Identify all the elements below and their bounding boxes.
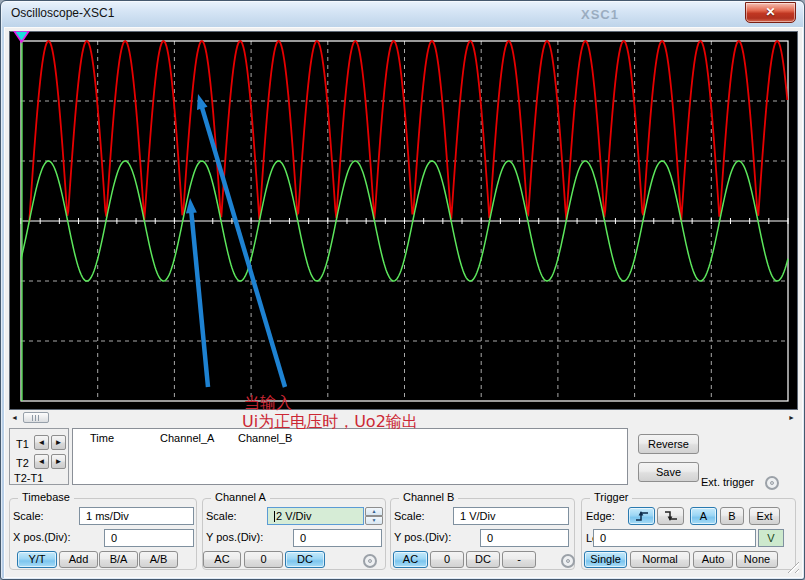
title-bar[interactable]: Oscilloscope-XSC1 XSC1 ✕ — [1, 1, 804, 27]
channel-b-scale-field[interactable]: 1 V/Div — [453, 507, 569, 525]
timebase-yt-button[interactable]: Y/T — [17, 551, 57, 568]
channel-b-title: Channel B — [399, 491, 458, 503]
timebase-scale-field[interactable]: 1 ms/Div — [79, 507, 194, 525]
annotation-arrow — [191, 207, 208, 387]
channel-b-ypos-field[interactable]: 0 — [480, 529, 569, 547]
rising-edge-icon — [634, 510, 650, 522]
trigger-level-unit-select[interactable]: V — [758, 529, 784, 547]
close-button[interactable]: ✕ — [745, 2, 796, 23]
falling-edge-icon — [663, 510, 679, 522]
timebase-title: Timebase — [18, 491, 74, 503]
t1-label: T1 — [16, 438, 29, 450]
trigger-source-b-button[interactable]: B — [720, 507, 744, 525]
trigger-single-button[interactable]: Single — [584, 551, 627, 568]
t2-left-button[interactable]: ◄ — [34, 454, 49, 469]
timebase-xpos-label: X pos.(Div): — [13, 531, 70, 543]
trigger-source-ext-button[interactable]: Ext — [749, 507, 780, 525]
t2-label: T2 — [16, 457, 29, 469]
timebase-ab-button[interactable]: A/B — [139, 551, 178, 568]
readout-header-channel-b: Channel_B — [238, 432, 292, 444]
channel-a-ac-button[interactable]: AC — [203, 551, 241, 568]
trigger-auto-button[interactable]: Auto — [693, 551, 733, 568]
oscilloscope-window: Oscilloscope-XSC1 XSC1 ✕ 当输入 Ui为正电压时，Uo2… — [0, 0, 805, 580]
trigger-source-a-button[interactable]: A — [690, 507, 717, 525]
channel-a-dc-button[interactable]: DC — [285, 551, 325, 568]
title-watermark: XSC1 — [581, 7, 619, 22]
channel-a-ypos-label: Y pos.(Div): — [206, 531, 263, 543]
scrollbar-thumb[interactable] — [23, 412, 49, 423]
channel-a-title: Channel A — [211, 491, 270, 503]
readout-panel: Time Channel_A Channel_B — [72, 428, 628, 485]
channel-b-scale-label: Scale: — [394, 510, 425, 522]
channel-a-ypos-field[interactable]: 0 — [293, 529, 382, 547]
cursor-1-marker-icon — [14, 31, 29, 42]
scrollbar-grip-icon — [32, 415, 41, 421]
annotation-arrow — [201, 103, 285, 387]
scope-graticule — [9, 31, 798, 410]
waveform-display — [9, 31, 798, 410]
rising-edge-button[interactable] — [628, 507, 655, 525]
falling-edge-button[interactable] — [657, 507, 684, 525]
annotation-line-2: Ui为正电压时，Uo2输出 — [242, 413, 418, 431]
timebase-ba-button[interactable]: B/A — [99, 551, 138, 568]
trigger-edge-label: Edge: — [586, 510, 615, 522]
t2-t1-label: T2-T1 — [14, 472, 43, 484]
channel-a-scale-spinner: ▲ ▼ — [365, 507, 383, 525]
scroll-left-icon[interactable]: ◄ — [9, 412, 20, 423]
trigger-title: Trigger — [590, 491, 632, 503]
scroll-right-icon[interactable]: ► — [786, 412, 797, 423]
spinner-up-icon[interactable]: ▲ — [365, 507, 383, 516]
timebase-scale-label: Scale: — [13, 510, 44, 522]
close-icon: ✕ — [765, 5, 775, 19]
reverse-button[interactable]: Reverse — [638, 434, 699, 454]
ext-trigger-label: Ext. trigger — [701, 476, 754, 488]
channel-a-connector-icon — [363, 554, 377, 568]
ext-trigger-connector-icon — [765, 476, 779, 490]
cursor-panel: T1 ◄ ► T2 ◄ ► T2-T1 — [9, 428, 69, 485]
t2-right-button[interactable]: ► — [51, 454, 66, 469]
window-title: Oscilloscope-XSC1 — [11, 1, 114, 26]
t1-left-button[interactable]: ◄ — [34, 435, 49, 450]
channel-b-dc-button[interactable]: DC — [466, 551, 500, 568]
channel-b-zero-button[interactable]: 0 — [430, 551, 464, 568]
trigger-normal-button[interactable]: Normal — [630, 551, 690, 568]
channel-a-zero-button[interactable]: 0 — [244, 551, 283, 568]
readout-header-time: Time — [90, 432, 114, 444]
channel-b-connector-icon — [561, 554, 575, 568]
channel-b-minus-button[interactable]: - — [502, 551, 536, 568]
spinner-down-icon[interactable]: ▼ — [365, 516, 383, 525]
timebase-xpos-field[interactable]: 0 — [104, 529, 194, 547]
channel-a-scale-label: Scale: — [206, 510, 237, 522]
save-button[interactable]: Save — [638, 462, 699, 482]
channel-a-scale-field[interactable]: 2 V/Div — [267, 507, 364, 525]
t1-right-button[interactable]: ► — [51, 435, 66, 450]
trigger-none-button[interactable]: None — [736, 551, 778, 568]
text-caret — [274, 511, 275, 522]
channel-b-ypos-label: Y pos.(Div): — [394, 531, 451, 543]
annotation-line-1: 当输入 — [244, 394, 292, 412]
timebase-add-button[interactable]: Add — [59, 551, 98, 568]
channel-a-trace — [29, 41, 787, 221]
channel-b-ac-button[interactable]: AC — [393, 551, 428, 568]
trigger-level-field[interactable]: 0 — [593, 529, 756, 547]
readout-header-channel-a: Channel_A — [160, 432, 214, 444]
